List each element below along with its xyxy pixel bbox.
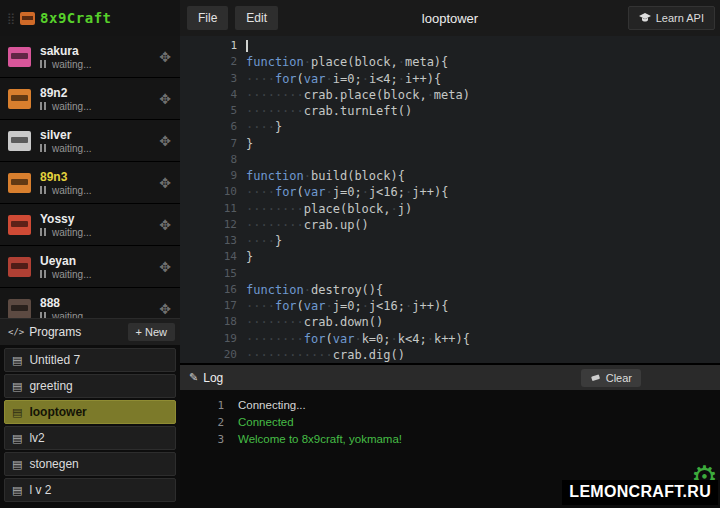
code-line[interactable]: 19········for(var·k=0;·k<4;·k++){ xyxy=(180,331,720,347)
whitespace-dots: · xyxy=(427,88,434,102)
code-token: var xyxy=(304,299,326,313)
code-token: ( xyxy=(297,72,304,86)
move-icon[interactable]: ✥ xyxy=(159,217,171,233)
move-icon[interactable]: ✥ xyxy=(159,133,171,149)
whitespace-dots: ········ xyxy=(246,104,304,118)
whitespace-dots: · xyxy=(326,185,333,199)
file-icon: ▤ xyxy=(12,406,22,419)
code-token: j=0; xyxy=(333,299,362,313)
code-token: build(block){ xyxy=(311,169,405,183)
code-token: i<4; xyxy=(369,72,398,86)
code-token: j++){ xyxy=(412,185,448,199)
program-item[interactable]: ▤Untitled 7 xyxy=(4,348,176,372)
text-cursor xyxy=(246,40,248,52)
whitespace-dots: ········ xyxy=(246,315,304,329)
code-token: for xyxy=(275,299,297,313)
whitespace-dots: ········ xyxy=(246,218,304,232)
code-tag-icon: </> xyxy=(8,327,24,337)
edit-menu-button[interactable]: Edit xyxy=(235,6,278,30)
player-item[interactable]: sakurawaiting...✥ xyxy=(0,36,180,78)
player-avatar xyxy=(8,47,31,67)
code-line[interactable]: 7} xyxy=(180,136,720,152)
code-line[interactable]: 6····} xyxy=(180,119,720,135)
line-number: 10 xyxy=(180,184,246,200)
main-layout: sakurawaiting...✥89n2waiting...✥silverwa… xyxy=(0,36,720,508)
player-item[interactable]: silverwaiting...✥ xyxy=(0,120,180,162)
program-item[interactable]: ▤lv2 xyxy=(4,426,176,450)
move-icon[interactable]: ✥ xyxy=(159,91,171,107)
code-line[interactable]: 12········crab.up() xyxy=(180,217,720,233)
code-token: for xyxy=(304,332,326,346)
code-token: function xyxy=(246,55,304,69)
new-program-button[interactable]: + New xyxy=(128,323,176,341)
code-line[interactable]: 18········crab.down() xyxy=(180,314,720,330)
programs-title: Programs xyxy=(29,325,127,339)
code-token: } xyxy=(275,234,282,248)
player-status: waiting... xyxy=(40,227,159,238)
code-token: meta) xyxy=(434,88,470,102)
code-editor[interactable]: 12function·place(block,·meta){3····for(v… xyxy=(180,36,720,363)
whitespace-dots: ········ xyxy=(246,332,304,346)
move-icon[interactable]: ✥ xyxy=(159,259,171,275)
learn-api-button[interactable]: Learn API xyxy=(628,6,715,30)
code-text: } xyxy=(246,136,253,152)
code-line[interactable]: 8 xyxy=(180,152,720,168)
app-logo: 8x9Craft xyxy=(40,10,111,26)
whitespace-dots: · xyxy=(362,185,369,199)
program-item[interactable]: ▤l v 2 xyxy=(4,478,176,502)
grid-icon: ⣿ xyxy=(7,12,15,25)
code-line[interactable]: 16function·destroy(){ xyxy=(180,282,720,298)
program-item[interactable]: ▤looptower xyxy=(4,400,176,424)
code-line[interactable]: 17····for(var·j=0;·j<16;·j++){ xyxy=(180,298,720,314)
program-name: looptower xyxy=(29,405,86,419)
code-token: ( xyxy=(325,332,332,346)
move-icon[interactable]: ✥ xyxy=(159,175,171,191)
code-line[interactable]: 4········crab.place(block,·meta) xyxy=(180,87,720,103)
code-line[interactable]: 9function·build(block){ xyxy=(180,168,720,184)
code-token: i=0; xyxy=(333,72,362,86)
code-line[interactable]: 14} xyxy=(180,249,720,265)
log-message: Welcome to 8x9craft, yokmama! xyxy=(238,431,402,448)
whitespace-dots: · xyxy=(398,55,405,69)
player-item[interactable]: Ueyanwaiting...✥ xyxy=(0,246,180,288)
line-number: 5 xyxy=(180,103,246,119)
player-item[interactable]: 89n3waiting...✥ xyxy=(0,162,180,204)
player-name: 89n2 xyxy=(40,86,159,100)
code-token: function xyxy=(246,169,304,183)
code-line[interactable]: 13····} xyxy=(180,233,720,249)
whitespace-dots: · xyxy=(398,72,405,86)
line-number: 4 xyxy=(180,87,246,103)
code-line[interactable]: 2function·place(block,·meta){ xyxy=(180,54,720,70)
code-line[interactable]: 11········place(block,·j) xyxy=(180,201,720,217)
whitespace-dots: · xyxy=(304,283,311,297)
code-line[interactable]: 1 xyxy=(180,38,720,54)
program-name: lv2 xyxy=(29,431,44,445)
code-line[interactable]: 3····for(var·i=0;·i<4;·i++){ xyxy=(180,71,720,87)
player-item[interactable]: 89n2waiting...✥ xyxy=(0,78,180,120)
program-item[interactable]: ▤stonegen xyxy=(4,452,176,476)
line-number: 1 xyxy=(180,38,246,54)
file-menu-button[interactable]: File xyxy=(187,6,228,30)
player-status: waiting... xyxy=(40,311,159,319)
player-item[interactable]: Yossywaiting...✥ xyxy=(0,204,180,246)
whitespace-dots: ············ xyxy=(246,348,333,362)
code-line[interactable]: 10····for(var·j=0;·j<16;·j++){ xyxy=(180,184,720,200)
line-number: 17 xyxy=(180,298,246,314)
whitespace-dots: ···· xyxy=(246,299,275,313)
move-icon[interactable]: ✥ xyxy=(159,49,171,65)
clear-log-button[interactable]: Clear xyxy=(581,369,641,387)
graduation-cap-icon xyxy=(639,13,651,23)
code-line[interactable]: 5········crab.turnLeft() xyxy=(180,103,720,119)
line-number: 8 xyxy=(180,152,246,168)
file-icon: ▤ xyxy=(12,354,22,367)
code-token: k=0; xyxy=(362,332,391,346)
program-item[interactable]: ▤greeting xyxy=(4,374,176,398)
watermark: LEMONCRAFT.RU xyxy=(562,480,718,505)
whitespace-dots: ········ xyxy=(246,88,304,102)
player-item[interactable]: 888waiting...✥ xyxy=(0,288,180,318)
code-line[interactable]: 20············crab.dig() xyxy=(180,347,720,363)
player-avatar xyxy=(8,89,31,109)
code-line[interactable]: 15 xyxy=(180,266,720,282)
move-icon[interactable]: ✥ xyxy=(159,301,171,317)
log-line-number: 2 xyxy=(180,414,224,431)
